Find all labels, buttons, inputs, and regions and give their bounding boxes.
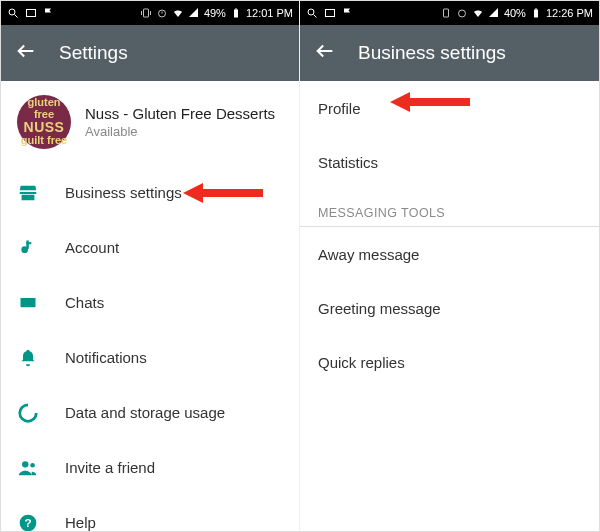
battery-percent: 49% <box>204 7 226 19</box>
row-chats[interactable]: Chats <box>1 275 299 330</box>
row-label: Business settings <box>65 184 182 201</box>
row-help[interactable]: ? Help <box>1 495 299 531</box>
alarm-icon <box>156 7 168 19</box>
row-label: Account <box>65 239 119 256</box>
flag-icon <box>43 7 55 19</box>
app-bar: Settings <box>1 25 299 81</box>
gallery-icon <box>25 7 37 19</box>
svg-point-0 <box>9 9 15 15</box>
row-label: Chats <box>65 294 104 311</box>
svg-rect-13 <box>21 297 36 307</box>
row-label: Profile <box>318 100 361 117</box>
store-icon <box>17 182 39 204</box>
row-statistics[interactable]: Statistics <box>300 135 599 189</box>
key-icon <box>17 237 39 259</box>
row-profile[interactable]: Profile <box>300 81 599 135</box>
right-pane: 40% 12:26 PM Business settings Profile S… <box>300 1 599 531</box>
row-label: Notifications <box>65 349 147 366</box>
wifi-icon <box>472 7 484 19</box>
row-label: Greeting message <box>318 300 441 317</box>
battery-percent: 40% <box>504 7 526 19</box>
svg-rect-22 <box>443 9 448 17</box>
svg-rect-11 <box>26 240 29 248</box>
row-account[interactable]: Account <box>1 220 299 275</box>
svg-point-23 <box>458 10 465 17</box>
help-icon: ? <box>17 512 39 532</box>
search-glass-icon <box>7 7 19 19</box>
avatar: gluten freeNUSSguilt free <box>17 95 71 149</box>
row-invite-friend[interactable]: Invite a friend <box>1 440 299 495</box>
svg-rect-8 <box>234 10 238 18</box>
row-data-storage[interactable]: Data and storage usage <box>1 385 299 440</box>
profile-name: Nuss - Gluten Free Desserts <box>85 105 275 122</box>
vibrate-icon <box>140 7 152 19</box>
svg-line-20 <box>314 15 317 18</box>
row-label: Help <box>65 514 96 531</box>
svg-text:?: ? <box>24 516 31 529</box>
svg-rect-9 <box>235 9 237 10</box>
people-icon <box>17 457 39 479</box>
signal-icon <box>188 7 200 19</box>
row-label: Invite a friend <box>65 459 155 476</box>
section-header-messaging-tools: MESSAGING TOOLS <box>300 189 599 227</box>
vibrate-icon <box>440 7 452 19</box>
svg-point-19 <box>308 9 314 15</box>
search-glass-icon <box>306 7 318 19</box>
clock-time: 12:01 PM <box>246 7 293 19</box>
alarm-icon <box>456 7 468 19</box>
wifi-icon <box>172 7 184 19</box>
back-icon[interactable] <box>15 40 37 66</box>
svg-rect-12 <box>26 242 31 244</box>
left-pane: 49% 12:01 PM Settings gluten freeNUSSgui… <box>1 1 300 531</box>
settings-list: Business settings Account Chats Notifica… <box>1 165 299 531</box>
bell-icon <box>17 347 39 369</box>
battery-icon <box>530 7 542 19</box>
row-notifications[interactable]: Notifications <box>1 330 299 385</box>
svg-rect-3 <box>143 9 148 17</box>
row-label: Quick replies <box>318 354 405 371</box>
row-label: Away message <box>318 246 419 263</box>
svg-line-1 <box>15 15 18 18</box>
appbar-title: Settings <box>59 42 128 64</box>
row-label: Data and storage usage <box>65 404 225 421</box>
svg-point-14 <box>22 461 28 467</box>
business-settings-list: Profile Statistics MESSAGING TOOLS Away … <box>300 81 599 531</box>
status-bar: 49% 12:01 PM <box>1 1 299 25</box>
row-greeting-message[interactable]: Greeting message <box>300 281 599 335</box>
clock-time: 12:26 PM <box>546 7 593 19</box>
svg-rect-21 <box>326 10 335 17</box>
row-label: Statistics <box>318 154 378 171</box>
data-icon <box>17 402 39 424</box>
profile-row[interactable]: gluten freeNUSSguilt free Nuss - Gluten … <box>1 81 299 165</box>
status-bar: 40% 12:26 PM <box>300 1 599 25</box>
flag-icon <box>342 7 354 19</box>
svg-rect-24 <box>534 10 538 18</box>
signal-icon <box>488 7 500 19</box>
gallery-icon <box>324 7 336 19</box>
appbar-title: Business settings <box>358 42 506 64</box>
battery-icon <box>230 7 242 19</box>
svg-rect-2 <box>27 10 36 17</box>
svg-rect-25 <box>535 9 537 10</box>
back-icon[interactable] <box>314 40 336 66</box>
chat-icon <box>17 292 39 314</box>
svg-point-15 <box>30 462 35 467</box>
app-bar: Business settings <box>300 25 599 81</box>
row-away-message[interactable]: Away message <box>300 227 599 281</box>
profile-status: Available <box>85 124 275 139</box>
row-quick-replies[interactable]: Quick replies <box>300 335 599 389</box>
row-business-settings[interactable]: Business settings <box>1 165 299 220</box>
